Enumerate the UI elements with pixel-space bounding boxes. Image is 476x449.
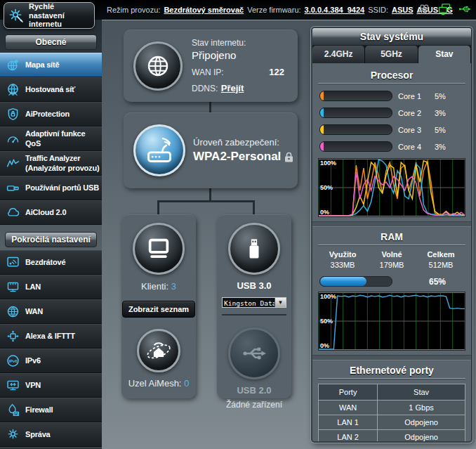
- ram-stats: Využito 333MB Volné 179MB Celkem 512MB: [318, 250, 465, 269]
- core1-percent: 5%: [435, 92, 454, 100]
- logout-icon[interactable]: [417, 2, 431, 16]
- lock-icon: [284, 152, 293, 162]
- usb3-device-icon[interactable]: [228, 223, 280, 275]
- network-map-icon: [6, 58, 20, 72]
- aimesh-icon[interactable]: [137, 329, 180, 372]
- table-row: WAN 1 Gbps: [319, 401, 465, 415]
- section-divider: [312, 355, 471, 360]
- status-cell: 1 Gbps: [378, 401, 465, 415]
- sidebar-item-label: Traffic Analyzer (Analyzátor provozu): [25, 154, 100, 172]
- sidebar-item-label: Bezdrátové: [25, 258, 65, 267]
- system-tabs: 2.4GHz 5GHz Stav: [312, 46, 471, 63]
- cloud-icon: [6, 205, 20, 220]
- status-cell: Odpojeno: [378, 415, 465, 430]
- sidebar-item-firewall[interactable]: Firewall: [0, 398, 102, 422]
- core1-label: Core 1: [398, 92, 429, 100]
- tab-24ghz[interactable]: 2.4GHz: [312, 46, 365, 63]
- client-list-icon[interactable]: [437, 2, 451, 16]
- sidebar-item-vpn[interactable]: VPN: [0, 373, 102, 398]
- sidebar-item-wireless[interactable]: Bezdrátové: [0, 250, 102, 275]
- clients-count: 3: [171, 281, 176, 292]
- operation-mode-link[interactable]: Bezdrátový směrovač: [164, 6, 244, 14]
- ports-column-header: Porty: [319, 384, 378, 401]
- clients-icon[interactable]: [133, 223, 185, 275]
- status-column-header: Stav: [378, 384, 465, 401]
- internet-globe-icon[interactable]: [133, 41, 183, 91]
- ram-usage-fill: [320, 277, 366, 286]
- view-client-list-button[interactable]: Zobrazit seznam: [122, 301, 195, 318]
- tab-5ghz[interactable]: 5GHz: [365, 46, 418, 63]
- topbar-status: Režim provozu: Bezdrátový směrovač Verze…: [107, 0, 453, 20]
- ram-usage-graph: 100% 50% 0%: [318, 292, 465, 351]
- core4-label: Core 4: [398, 143, 429, 151]
- core3-percent: 5%: [435, 126, 454, 134]
- status-cell: Odpojeno: [378, 430, 465, 443]
- core1-usage-bar: [319, 91, 392, 101]
- sidebar-item-wan[interactable]: WAN: [0, 299, 102, 324]
- svg-text:IPv6: IPv6: [9, 359, 18, 363]
- internet-status-value: Připojeno: [192, 49, 296, 61]
- lan-port-icon: [6, 280, 20, 294]
- firewall-flame-icon: [6, 403, 20, 417]
- sidebar-item-label: AiProtection: [25, 110, 70, 119]
- table-header-row: Porty Stav: [319, 384, 465, 401]
- sidebar-item-label: Používání portů USB: [25, 183, 99, 193]
- ssid-24-link[interactable]: ASUS: [392, 6, 414, 14]
- core2-usage-bar: [319, 108, 392, 118]
- sidebar-item-network-map[interactable]: Mapa sítě: [0, 53, 102, 77]
- ethernet-section-title: Ethernetové porty: [318, 365, 465, 376]
- port-cell: WAN: [319, 401, 378, 415]
- cpu-core-row: Core 3 5%: [319, 124, 464, 135]
- globe-icon: [6, 304, 20, 319]
- core2-usage-fill: [320, 108, 324, 117]
- sidebar-item-guest-network[interactable]: Hostovaná síť: [0, 77, 102, 102]
- sidebar-item-label: WAN: [25, 307, 43, 316]
- sidebar-section-general: Obecné: [5, 34, 97, 50]
- ipv6-icon: IPv6: [6, 353, 20, 368]
- core2-label: Core 2: [398, 109, 429, 117]
- mode-label: Režim provozu:: [107, 6, 160, 14]
- sidebar-item-administration[interactable]: Správa: [0, 422, 102, 447]
- usb-device-name: Kingston DataT: [223, 298, 275, 307]
- cpu-core-row: Core 2 3%: [319, 108, 464, 118]
- router-icon[interactable]: [133, 124, 185, 176]
- sidebar-item-label: VPN: [25, 381, 41, 390]
- sidebar-item-lan[interactable]: LAN: [0, 275, 102, 299]
- sidebar-item-alexa-ifttt[interactable]: Alexa & IFTTT: [0, 324, 102, 349]
- gear-icon: [6, 427, 20, 442]
- ddns-link[interactable]: Přejít: [221, 83, 244, 93]
- usb-status-icon[interactable]: [458, 2, 472, 16]
- axis-label-50: 50%: [320, 318, 333, 325]
- tab-status[interactable]: Stav: [418, 46, 471, 63]
- usb2-symbol-glyph: [239, 338, 270, 369]
- sidebar-item-usb-application[interactable]: Používání portů USB: [0, 176, 102, 200]
- globe-glyph: [143, 51, 173, 81]
- core3-usage-bar: [319, 124, 392, 135]
- sidebar-item-traffic-analyzer[interactable]: Traffic Analyzer (Analyzátor provozu): [0, 151, 102, 176]
- divider-line: [318, 378, 465, 379]
- sidebar-item-label: Adaptivní funkce QoS: [25, 129, 100, 148]
- core2-percent: 3%: [435, 109, 454, 117]
- sidebar-item-label: AiCloud 2.0: [25, 208, 66, 217]
- sidebar-item-aiprotection[interactable]: AiProtection: [0, 102, 102, 126]
- sidebar-item-ipv6[interactable]: IPv6 IPv6: [0, 349, 102, 373]
- cpu-usage-graph: 100% 50% 0%: [318, 158, 465, 217]
- firmware-version-link[interactable]: 3.0.0.4.384_9424: [305, 6, 365, 14]
- wan-ip-label: WAN IP:: [192, 67, 224, 77]
- dropdown-arrow-icon: ▼: [275, 298, 286, 307]
- sidebar-item-label: Správa: [25, 430, 51, 439]
- ethernet-ports-table: Porty Stav WAN 1 Gbps LAN 1 Odpojeno LAN…: [318, 384, 465, 443]
- monitor-glyph: [144, 234, 173, 263]
- port-cell: LAN 2: [319, 430, 378, 443]
- usb2-device-icon[interactable]: [228, 327, 280, 379]
- sidebar-item-qos[interactable]: Adaptivní funkce QoS: [0, 126, 102, 151]
- ssid-label: SSID:: [368, 6, 388, 14]
- sidebar: Obecné Mapa sítě Hostovaná síť AiProtect…: [0, 30, 102, 449]
- usb-drive-icon: [6, 181, 20, 195]
- usb-device-dropdown[interactable]: Kingston DataT ▼: [222, 297, 286, 308]
- axis-label-0: 0%: [320, 209, 329, 216]
- ddns-label: DDNS:: [192, 84, 218, 93]
- table-row: LAN 2 Odpojeno: [319, 430, 465, 443]
- sidebar-item-aicloud[interactable]: AiCloud 2.0: [0, 200, 102, 225]
- quick-internet-setup-button[interactable]: Rychlé nastavení internetu: [4, 2, 95, 29]
